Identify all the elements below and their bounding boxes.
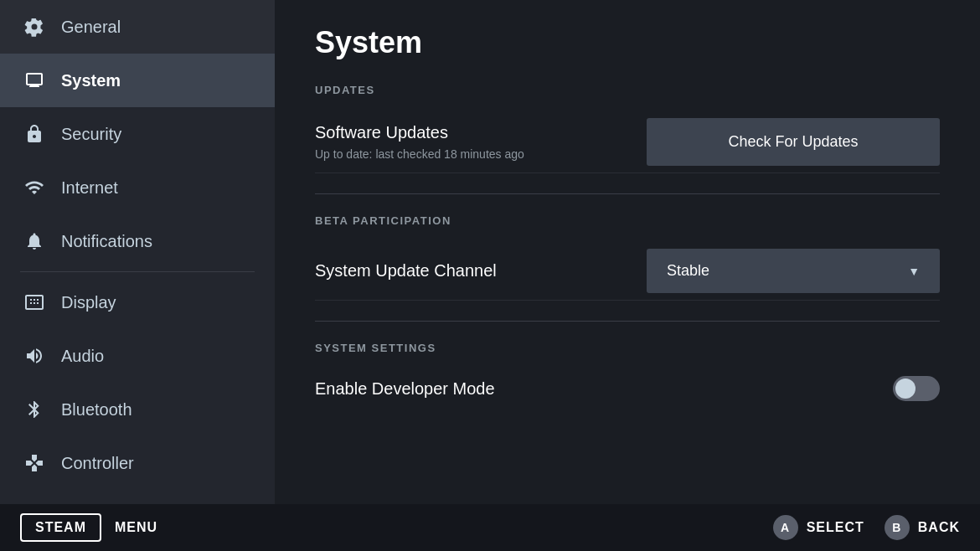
notifications-icon bbox=[23, 229, 46, 253]
select-label: SELECT bbox=[807, 520, 864, 535]
sidebar-item-controller[interactable]: Controller bbox=[0, 436, 275, 490]
updates-section-label: UPDATES bbox=[315, 84, 940, 96]
b-button[interactable]: B bbox=[885, 515, 910, 540]
chevron-down-icon: ▼ bbox=[908, 265, 920, 278]
beta-section-label: BETA PARTICIPATION bbox=[315, 214, 940, 227]
main-container: General System Security Internet bbox=[0, 0, 980, 504]
software-updates-label: Software Updates bbox=[315, 123, 524, 142]
update-channel-label: System Update Channel bbox=[315, 261, 497, 281]
a-button[interactable]: A bbox=[773, 515, 798, 540]
update-channel-dropdown[interactable]: Stable ▼ bbox=[647, 249, 940, 293]
select-action: A SELECT bbox=[773, 515, 864, 540]
developer-mode-row: Enable Developer Mode bbox=[315, 369, 940, 408]
sidebar-item-general[interactable]: General bbox=[0, 0, 275, 54]
beta-divider bbox=[315, 321, 940, 322]
sidebar-item-security[interactable]: Security bbox=[0, 107, 275, 161]
update-channel-row: System Update Channel Stable ▼ bbox=[315, 242, 940, 301]
last-checked-text: Up to date: last checked 18 minutes ago bbox=[315, 147, 524, 161]
sidebar-item-internet[interactable]: Internet bbox=[0, 161, 275, 214]
wifi-icon bbox=[23, 176, 46, 199]
sidebar-item-system[interactable]: System bbox=[0, 54, 275, 107]
sidebar-item-label: Notifications bbox=[61, 232, 152, 251]
sidebar-item-audio[interactable]: Audio bbox=[0, 329, 275, 383]
sidebar-item-label: Display bbox=[61, 293, 116, 312]
sidebar-item-label: Audio bbox=[61, 347, 104, 366]
sidebar-item-label: General bbox=[61, 18, 121, 37]
toggle-knob bbox=[895, 378, 916, 399]
menu-label: MENU bbox=[115, 520, 157, 535]
system-settings-section-label: SYSTEM SETTINGS bbox=[315, 342, 940, 354]
back-label: BACK bbox=[918, 520, 960, 535]
sidebar: General System Security Internet bbox=[0, 0, 275, 504]
bottom-bar: STEAM MENU A SELECT B BACK bbox=[0, 504, 980, 551]
monitor-icon bbox=[23, 69, 46, 92]
sidebar-item-bluetooth[interactable]: Bluetooth bbox=[0, 383, 275, 436]
bluetooth-icon bbox=[23, 398, 46, 421]
sidebar-item-label: Controller bbox=[61, 454, 134, 473]
bottom-right: A SELECT B BACK bbox=[773, 515, 960, 540]
page-title: System bbox=[315, 25, 940, 60]
sidebar-item-display[interactable]: Display bbox=[0, 276, 275, 329]
sidebar-item-label: Bluetooth bbox=[61, 400, 132, 420]
main-content: System UPDATES Software Updates Up to da… bbox=[275, 0, 980, 504]
developer-mode-label: Enable Developer Mode bbox=[315, 379, 495, 399]
update-channel-value: Stable bbox=[667, 262, 709, 280]
software-updates-row: Software Updates Up to date: last checke… bbox=[315, 111, 940, 173]
display-icon bbox=[23, 291, 46, 314]
steam-button[interactable]: STEAM bbox=[20, 513, 101, 542]
lock-icon bbox=[23, 122, 46, 146]
sidebar-item-label: Security bbox=[61, 125, 121, 144]
audio-icon bbox=[23, 344, 46, 368]
sidebar-item-keyboard[interactable]: Keyboard bbox=[0, 490, 275, 504]
sidebar-item-notifications[interactable]: Notifications bbox=[0, 214, 275, 268]
sidebar-divider bbox=[20, 271, 255, 272]
updates-divider bbox=[315, 193, 940, 194]
controller-icon bbox=[23, 451, 46, 475]
bottom-left: STEAM MENU bbox=[20, 513, 157, 542]
sidebar-item-label: System bbox=[61, 71, 121, 90]
developer-mode-toggle[interactable] bbox=[893, 376, 940, 401]
software-updates-info: Software Updates Up to date: last checke… bbox=[315, 123, 524, 161]
back-action: B BACK bbox=[885, 515, 960, 540]
sidebar-item-label: Internet bbox=[61, 178, 118, 198]
gear-icon bbox=[23, 15, 46, 39]
check-updates-button[interactable]: Check For Updates bbox=[647, 118, 940, 166]
